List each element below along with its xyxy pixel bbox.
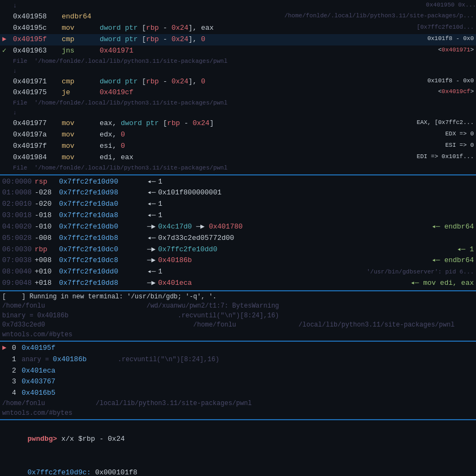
log-pane: [ ] Running in new terminal: '/usr/bin/g…	[0, 291, 476, 342]
stack-row-09: 09:0048 +018 0x7ffc2fe10dd8 ─▶ 0x401eca …	[0, 278, 476, 289]
disasm-row-401971: 0x401971 cmp dword ptr [rbp - 0x24], 0 0…	[0, 76, 476, 88]
disasm-file-line1b: ↓	[0, 67, 476, 76]
stack-row-06: 06:0030 rbp 0x7ffc2fe10dc0 ─▶ 0x7ffc2fe1…	[0, 244, 476, 256]
disasm-file-line1: File '/home/fonlde/.local/lib/python3.11…	[0, 57, 476, 67]
disasm-row-40195f: ► 0x40195f cmp dword ptr [rbp - 0x24], 0…	[0, 34, 476, 45]
stack-row-05: 05:0028 -008 0x7ffc2fe10db8 ◂─ 0x7d33c2e…	[0, 233, 476, 244]
jump-row-2: 2 0x401eca	[2, 366, 474, 377]
disasm-row-40197a: 0x40197a mov edx, 0 EDX => 0	[0, 129, 476, 141]
jump-row-3: 3 0x403767	[2, 376, 474, 388]
log-line-2: /home/fonlu /wd/xuanwu/pwn2/t1:7: BytesW…	[2, 302, 474, 311]
prompt-line-1: pwndbg> x/x $rbp - 0x24	[2, 422, 474, 456]
disasm-file-line2: File '/home/fonlde/.local/lib/python3.11…	[0, 99, 476, 108]
stack-row-04: 04:0020 -010 0x7ffc2fe10db0 ─▶ 0x4c17d0 …	[0, 221, 476, 233]
stack-pane: 00:0000 rsp 0x7ffc2fe10d90 ◂─ 1 01:0008 …	[0, 175, 476, 291]
jump-row-4: 4 0x4016b5	[2, 388, 474, 399]
stack-row-01: 01:0008 -028 0x7ffc2fe10d98 ◂─ 0x101f800…	[0, 187, 476, 199]
stack-row-02: 02:0010 -020 0x7ffc2fe10da0 ◂─ 1	[0, 199, 476, 210]
disasm-pane: ↓ 0x401950 0x... 0x401958 endbr64 /home/…	[0, 0, 476, 175]
log-line-1: [ ] Running in new terminal: '/usr/bin/g…	[2, 292, 474, 302]
jump-row-0: ► 0 0x40195f	[2, 343, 474, 354]
log-line-3: binary = 0x40186b .recvuntil("\n")[8:24]…	[2, 311, 474, 321]
disasm-row-401977: 0x401977 mov eax, dword ptr [rbp - 0x24]…	[0, 118, 476, 129]
stack-row-03: 03:0018 -018 0x7ffc2fe10da8 ◂─ 1	[0, 210, 476, 221]
jump-row-1: 1 anary = 0x40186b .recvuntil("\n")[8:24…	[2, 354, 474, 366]
disasm-row-401975: 0x401975 je 0x4019cf <0x4019cf>	[0, 87, 476, 99]
jump-pane: ► 0 0x40195f 1 anary = 0x40186b .recvunt…	[0, 342, 476, 420]
stack-row-08: 08:0040 +010 0x7ffc2fe10dd0 ◂─ 1 '/usr/b…	[0, 266, 476, 278]
log-line-5: wntools.com/#bytes	[2, 330, 474, 340]
disasm-row-40197f: 0x40197f mov esi, 0 ESI => 0	[0, 141, 476, 152]
disasm-row-401958: 0x401958 endbr64 /home/fonlde/.local/lib…	[0, 11, 476, 23]
disasm-row-401963: ✓ 0x401963 jns 0x401971 <0x401971>	[0, 45, 476, 57]
disasm-scroll-top: ↓ 0x401950 0x...	[0, 1, 476, 11]
log-extra-2: wntools.com/#bytes	[2, 409, 474, 418]
disasm-row-40195c: 0x40195c mov dword ptr [rbp - 0x24], eax…	[0, 23, 476, 34]
log-line-4: 0x7d33c2ed0 /home/fonlu /local/lib/pytho…	[2, 321, 474, 330]
disasm-file-line2b: ↓	[0, 108, 476, 118]
prompt-pane: pwndbg> x/x $rbp - 0x24 0x7ffc2fe10d9c: …	[0, 420, 476, 476]
prompt-result-line: 0x7ffc2fe10d9c: 0x000101f8	[2, 456, 474, 476]
disasm-file-bottom: File '/home/fonlde/.local/lib/python3.11…	[0, 164, 476, 173]
disasm-row-401984: 0x401984 mov edi, eax EDI => 0x101f...	[0, 152, 476, 164]
stack-row-07: 07:0038 +008 0x7ffc2fe10dc8 ─▶ 0x40186b …	[0, 255, 476, 266]
stack-row-00: 00:0000 rsp 0x7ffc2fe10d90 ◂─ 1	[0, 177, 476, 188]
log-extra-1: /home/fonlu /local/lib/python3.11/site-p…	[2, 399, 474, 408]
terminal: ↓ 0x401950 0x... 0x401958 endbr64 /home/…	[0, 0, 476, 476]
